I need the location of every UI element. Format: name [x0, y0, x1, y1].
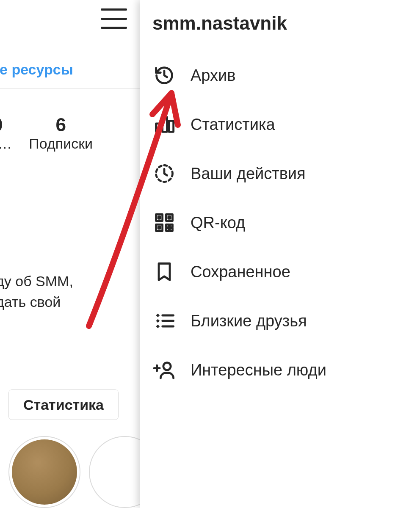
hamburger-menu-icon[interactable]	[101, 8, 127, 29]
stat-count: 6	[55, 114, 66, 135]
svg-marker-18	[156, 325, 160, 329]
drawer-username: smm.nastavnik	[140, 0, 420, 51]
menu-item-discover[interactable]: Интересные люди	[140, 345, 420, 395]
activity-icon	[152, 162, 176, 185]
menu-item-label: Статистика	[191, 116, 275, 134]
svg-marker-14	[156, 314, 160, 318]
story-highlights	[8, 436, 161, 508]
resources-link-row[interactable]: ые ресурсы	[0, 51, 140, 88]
stat-label: сч…	[0, 135, 12, 152]
profile-bio: ду об SMM, дать свой	[0, 271, 73, 313]
svg-rect-13	[170, 228, 173, 231]
svg-rect-0	[156, 124, 161, 132]
stat-following[interactable]: 6 Подписки	[29, 114, 93, 152]
menu-item-label: Сохраненное	[191, 263, 290, 281]
menu-item-insights[interactable]: Статистика	[140, 100, 420, 149]
stat-followers[interactable]: 0 сч…	[0, 114, 12, 152]
menu-item-close-friends[interactable]: Близкие друзья	[140, 296, 420, 345]
svg-point-22	[163, 363, 171, 370]
discover-people-icon	[152, 358, 176, 382]
stat-label: Подписки	[29, 135, 93, 152]
menu-item-label: Архив	[191, 66, 235, 85]
svg-marker-16	[156, 319, 160, 323]
qr-icon	[152, 211, 176, 235]
resources-link-label: ые ресурсы	[0, 61, 73, 77]
bookmark-icon	[152, 260, 176, 284]
menu-item-label: Интересные люди	[191, 361, 326, 379]
menu-item-qr[interactable]: QR-код	[140, 198, 420, 247]
svg-rect-1	[163, 117, 167, 132]
svg-rect-10	[166, 224, 169, 227]
bio-line: дать свой	[0, 292, 73, 312]
close-friends-icon	[152, 309, 176, 333]
menu-item-saved[interactable]: Сохраненное	[140, 247, 420, 296]
bio-line: ду об SMM,	[0, 271, 73, 292]
menu-item-activity[interactable]: Ваши действия	[140, 149, 420, 198]
svg-rect-2	[169, 121, 174, 132]
profile-stats: 0 сч… 6 Подписки	[0, 114, 93, 152]
svg-rect-7	[169, 217, 170, 218]
insights-icon	[152, 113, 176, 136]
svg-rect-12	[166, 228, 169, 231]
svg-rect-5	[158, 217, 160, 218]
insights-button-label: Статистика	[23, 397, 104, 413]
menu-item-archive[interactable]: Архив	[140, 51, 420, 100]
stat-count: 0	[0, 114, 3, 135]
insights-button[interactable]: Статистика	[8, 389, 119, 420]
side-drawer: smm.nastavnik Архив Статистика Ваши дейс…	[140, 0, 420, 508]
menu-item-label: Ваши действия	[191, 165, 306, 183]
menu-item-label: QR-код	[191, 214, 245, 232]
svg-rect-9	[158, 227, 160, 229]
profile-pane: ые ресурсы 0 сч… 6 Подписки ду об SMM, д…	[0, 0, 140, 508]
archive-icon	[152, 64, 176, 87]
svg-rect-11	[170, 224, 173, 227]
menu-item-label: Близкие друзья	[191, 312, 307, 330]
highlight-thumbnail	[12, 439, 77, 505]
drawer-menu: Архив Статистика Ваши действия	[140, 51, 420, 395]
highlight-circle[interactable]	[8, 436, 80, 508]
